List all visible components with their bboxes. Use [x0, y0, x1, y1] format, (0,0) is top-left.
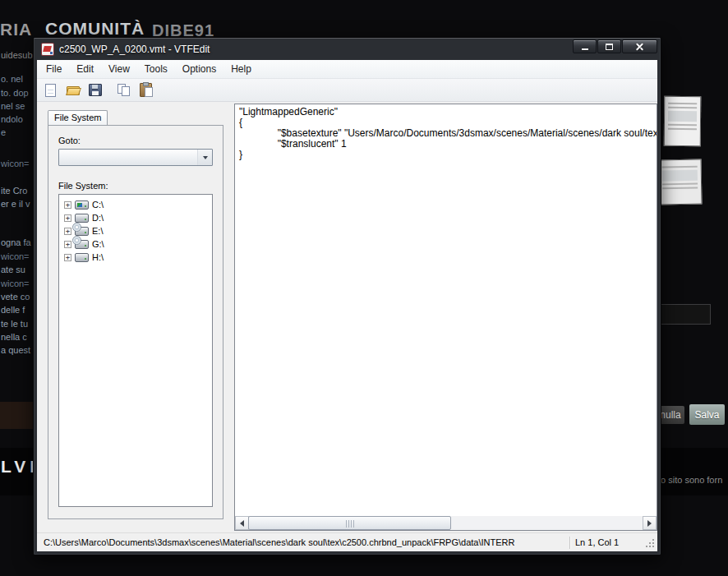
background-text-fragment: a quest: [1, 345, 30, 355]
screenshot-thumbnail[interactable]: [658, 159, 703, 205]
close-button[interactable]: [622, 39, 657, 53]
thumbnail-block: [668, 111, 697, 122]
vtfedit-app-icon: [41, 43, 54, 56]
vmt-text-editor[interactable]: "LightmappedGeneric" { "$basetexture" "U…: [234, 104, 657, 531]
filesystem-label: File System:: [58, 181, 213, 191]
fragment-text: ite Cro: [1, 186, 27, 196]
fragment-text: ate su: [1, 265, 25, 274]
dialog-footer-band: [0, 402, 33, 429]
background-text-fragment: nella c: [1, 332, 27, 342]
drive-tree-item-g[interactable]: + G:\: [61, 237, 210, 251]
scrollbar-thumb[interactable]: [248, 516, 451, 530]
background-text-fragment: wicon=: [1, 279, 30, 288]
background-text-fragment: ate su: [1, 265, 25, 274]
thumbnail-block: [662, 170, 698, 182]
horizontal-scrollbar[interactable]: [235, 516, 657, 530]
comment-input[interactable]: [660, 304, 711, 325]
screenshot-thumbnail[interactable]: [664, 96, 702, 146]
fragment-text: nel se: [1, 101, 25, 111]
expand-plus-icon[interactable]: +: [64, 241, 71, 248]
background-text-fragment: ite Cro: [1, 186, 27, 196]
fragment-text: er e il v: [1, 199, 30, 209]
paste-button[interactable]: [137, 81, 154, 99]
save-button[interactable]: [86, 81, 104, 99]
combo-dropdown-button[interactable]: [197, 150, 212, 165]
resize-grip[interactable]: [644, 533, 657, 551]
copy-button[interactable]: [115, 81, 132, 99]
chevron-down-icon: [203, 156, 208, 162]
menubar-item[interactable]: View: [101, 61, 137, 78]
tab-file-system[interactable]: File System: [48, 110, 108, 125]
maximize-button[interactable]: [597, 39, 621, 53]
fragment-text: wicon=: [1, 251, 30, 261]
fragment-text: e: [1, 127, 6, 137]
status-caret-position: Ln 1, Col 1: [570, 537, 644, 547]
thumbnail-line: [662, 187, 698, 190]
background-text-fragment: ogna fa: [1, 237, 31, 247]
background-text-fragment: te le tu: [1, 319, 28, 329]
drive-label: G:\: [92, 239, 104, 249]
expand-plus-icon[interactable]: +: [64, 254, 71, 261]
filesystem-tree: + C:\ +: [58, 194, 213, 507]
background-text-fragment: o. nel: [1, 74, 23, 84]
site-nav-community[interactable]: COMUNITÀ: [45, 19, 145, 39]
close-icon: [636, 43, 643, 50]
drive-icon: [75, 240, 89, 249]
menubar-item[interactable]: Edit: [69, 61, 101, 78]
toolbar: [37, 79, 657, 102]
background-text-fragment: ndolo: [1, 114, 23, 124]
goto-combobox[interactable]: [58, 149, 213, 166]
file-system-panel: File System Goto: File System:: [48, 110, 223, 519]
scroll-left-button[interactable]: [235, 516, 249, 530]
drive-tree-item-e[interactable]: + E:\: [61, 224, 210, 237]
menubar-item[interactable]: File: [39, 61, 69, 78]
fragment-text: to. dop: [1, 88, 29, 98]
open-file-button[interactable]: [64, 81, 81, 99]
titlebar[interactable]: c2500_WP_A_0200.vmt - VTFEdit: [34, 38, 661, 60]
minimize-button[interactable]: [573, 39, 597, 53]
salva-button[interactable]: Salva: [689, 404, 725, 425]
new-file-button[interactable]: [42, 81, 59, 99]
expand-plus-icon[interactable]: +: [64, 201, 71, 209]
drive-icon: [75, 227, 89, 236]
menubar-item[interactable]: Help: [223, 61, 259, 78]
thumbnail-line: [662, 183, 698, 186]
drive-icon: [75, 200, 89, 210]
drive-tree-item-d[interactable]: + D:\: [61, 211, 210, 224]
system-flag-icon: [77, 203, 82, 207]
file-system-tab-page: Goto: File System: +: [48, 125, 223, 519]
drive-label: D:\: [92, 213, 104, 223]
maximize-icon: [606, 44, 613, 50]
expand-plus-icon[interactable]: +: [64, 228, 71, 235]
status-file-path: C:\Users\Marco\Documents\3dsmax\scenes\M…: [37, 537, 569, 547]
drive-tree-item-c[interactable]: + C:\: [61, 198, 210, 211]
fragment-text: wicon=: [1, 279, 30, 288]
scroll-right-button[interactable]: [643, 516, 657, 530]
cd-disc-icon: [72, 223, 81, 232]
background-text-fragment: nel se: [1, 101, 25, 111]
thumbnail-line: [668, 128, 697, 130]
menubar-item[interactable]: Tools: [137, 61, 175, 78]
drive-tree-item-h[interactable]: + H:\: [61, 251, 210, 264]
menubar-item[interactable]: Options: [175, 61, 223, 78]
fragment-text: nella c: [1, 332, 27, 342]
minimize-icon: [582, 48, 588, 50]
window-title: c2500_WP_A_0200.vmt - VTFEdit: [59, 44, 210, 55]
expand-plus-icon[interactable]: +: [64, 214, 71, 222]
code-line: "LightmappedGeneric": [239, 107, 657, 118]
vtfedit-window: c2500_WP_A_0200.vmt - VTFEdit File: [33, 37, 661, 555]
background-text-fragment: e: [1, 127, 6, 137]
drive-label: H:\: [92, 252, 104, 262]
paste-icon: [140, 83, 152, 97]
code-line: }: [239, 150, 657, 160]
client-area: File System Goto: File System:: [37, 102, 657, 532]
thumbnail-line: [668, 103, 697, 104]
fragment-text: te le tu: [1, 319, 28, 329]
window-controls: [573, 39, 657, 53]
background-text-fragment: delle f: [1, 305, 25, 315]
scroll-right-icon: [647, 520, 655, 527]
fragment-text: ndolo: [1, 114, 23, 124]
footer-legal-text: to sito sono forn: [658, 475, 722, 485]
thumbnail-line: [668, 124, 697, 126]
open-file-icon: [66, 85, 80, 95]
